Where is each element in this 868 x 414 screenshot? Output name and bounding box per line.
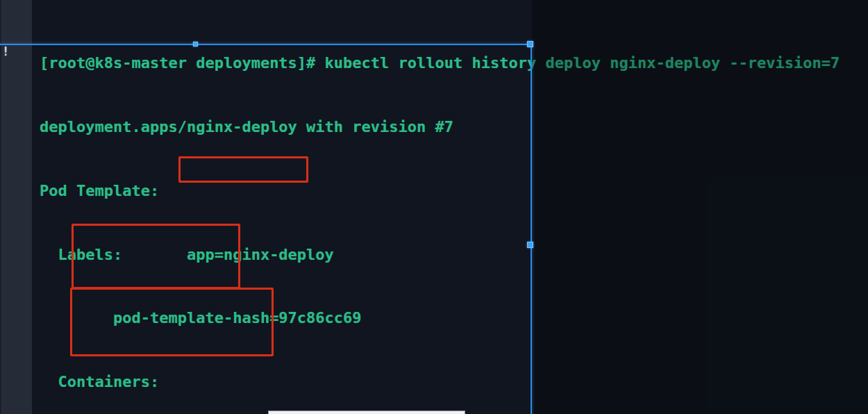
- selection-handle-top-right[interactable]: [527, 41, 533, 47]
- selection-rectangle[interactable]: [0, 44, 532, 414]
- terminal-screen: ! [root@k8s-master deployments]# kubectl…: [0, 0, 868, 414]
- selection-handle-mid-right[interactable]: [527, 242, 533, 248]
- selection-handle-top-middle[interactable]: [193, 42, 198, 47]
- cropped-white-panel: [268, 411, 465, 414]
